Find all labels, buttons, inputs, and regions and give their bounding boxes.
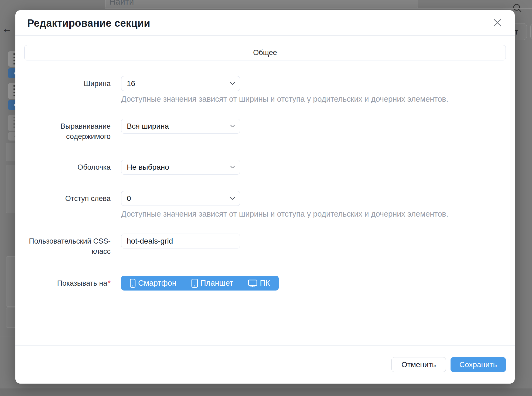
alignment-select[interactable]: Вся ширина (121, 119, 240, 134)
show-on-tablet-toggle[interactable]: Планшет (191, 279, 233, 288)
css-class-label: Пользовательский CSS-класс (24, 234, 111, 257)
dialog-footer: Отменить Сохранить (15, 345, 515, 384)
form-row-css-class: Пользовательский CSS-класс (24, 234, 506, 257)
show-on-tablet-label: Планшет (200, 279, 233, 288)
tab-general-label: Общее (253, 49, 277, 57)
wrapper-select[interactable]: Не выбрано (121, 160, 240, 175)
alignment-select-value: Вся ширина (127, 122, 169, 131)
chevron-down-icon (230, 125, 235, 128)
width-select-value: 16 (127, 79, 135, 88)
save-button[interactable]: Сохранить (451, 357, 506, 372)
left-offset-select-value: 0 (127, 194, 131, 203)
cancel-button[interactable]: Отменить (391, 357, 446, 372)
form-row-width: Ширина 16 Доступные значения зависят от … (24, 76, 506, 103)
show-on-smartphone-toggle[interactable]: Смартфон (130, 279, 176, 288)
left-offset-helper-text: Доступные значения зависят от ширины и о… (121, 210, 448, 218)
left-offset-select[interactable]: 0 (121, 191, 240, 206)
bg-footer-band (0, 388, 532, 396)
tablet-icon (191, 279, 198, 288)
bg-divider (0, 336, 15, 336)
dialog-title: Редактирование секции (27, 17, 503, 30)
form-row-alignment: Выравнивание содержимого Вся ширина (24, 119, 506, 142)
global-search (105, 0, 418, 9)
chevron-down-icon (230, 197, 235, 200)
edit-section-dialog: Редактирование секции Общее Ширина 16 (15, 10, 515, 384)
show-on-label-text: Показывать на (57, 279, 107, 287)
width-helper-text: Доступные значения зависят от ширины и о… (121, 95, 448, 103)
form-row-wrapper: Оболочка Не выбрано (24, 160, 506, 175)
back-arrow-icon: ← (2, 23, 12, 34)
smartphone-icon (130, 279, 136, 288)
required-asterisk: * (108, 279, 111, 287)
show-on-label: Показывать на* (24, 276, 111, 288)
show-on-pc-toggle[interactable]: ПК (248, 279, 270, 288)
dialog-header: Редактирование секции (15, 10, 515, 36)
css-class-input[interactable] (121, 234, 240, 248)
search-input (109, 0, 352, 8)
left-offset-label: Отступ слева (24, 191, 111, 204)
screen: ← Р т (0, 0, 532, 396)
toolbar-divider (105, 8, 532, 9)
width-select[interactable]: 16 (121, 76, 240, 91)
wrapper-select-value: Не выбрано (127, 163, 169, 172)
bg-partial-button (530, 23, 532, 40)
bg-partial-button-label: т (514, 27, 518, 36)
desktop-icon (248, 279, 257, 288)
form-row-left-offset: Отступ слева 0 Доступные значения завися… (24, 191, 506, 218)
tab-general[interactable]: Общее (24, 45, 506, 60)
close-button[interactable] (491, 16, 504, 29)
chevron-down-icon (230, 166, 235, 169)
close-icon (493, 18, 502, 27)
bg-divider (0, 246, 15, 246)
wrapper-label: Оболочка (24, 160, 111, 172)
show-on-pc-label: ПК (260, 279, 270, 288)
dialog-body: Общее Ширина 16 Доступные значения завис… (15, 36, 515, 345)
alignment-label: Выравнивание содержимого (24, 119, 111, 142)
show-on-smartphone-label: Смартфон (138, 279, 176, 288)
width-label: Ширина (24, 76, 111, 89)
show-on-toggle-group: Смартфон Планшет (121, 276, 279, 291)
chevron-down-icon (230, 82, 235, 85)
form-row-show-on: Показывать на* Смартфон (24, 276, 506, 291)
